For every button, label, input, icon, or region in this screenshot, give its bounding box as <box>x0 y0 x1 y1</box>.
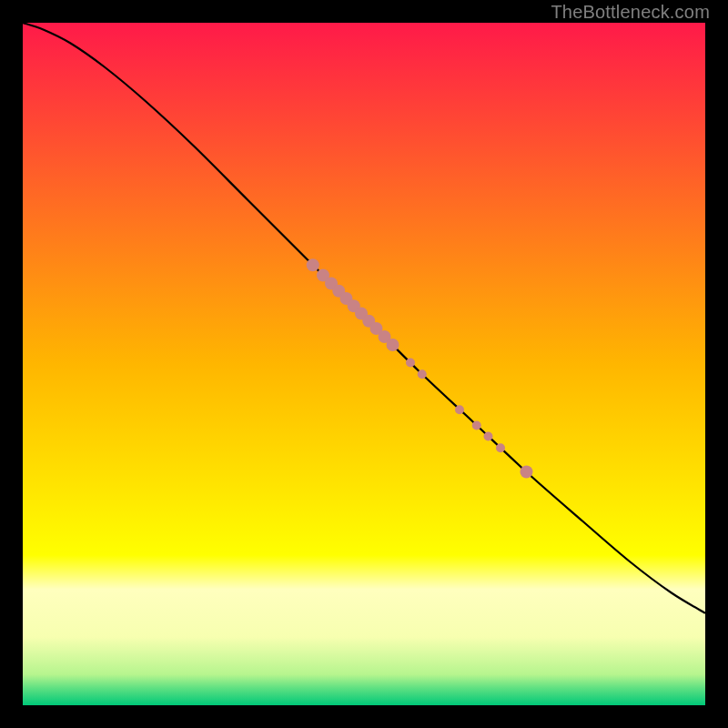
chart-svg <box>23 23 705 705</box>
data-point <box>472 421 481 430</box>
data-point <box>406 359 415 368</box>
data-point <box>387 339 399 351</box>
chart-plot-area <box>23 23 705 705</box>
data-point <box>521 466 533 479</box>
chart-frame: TheBottleneck.com <box>0 0 728 728</box>
data-point <box>418 369 427 379</box>
watermark-text: TheBottleneck.com <box>551 2 710 23</box>
data-point <box>455 405 464 414</box>
data-point <box>307 258 319 271</box>
data-point <box>496 443 505 452</box>
chart-background <box>23 23 705 705</box>
data-point <box>484 432 493 441</box>
